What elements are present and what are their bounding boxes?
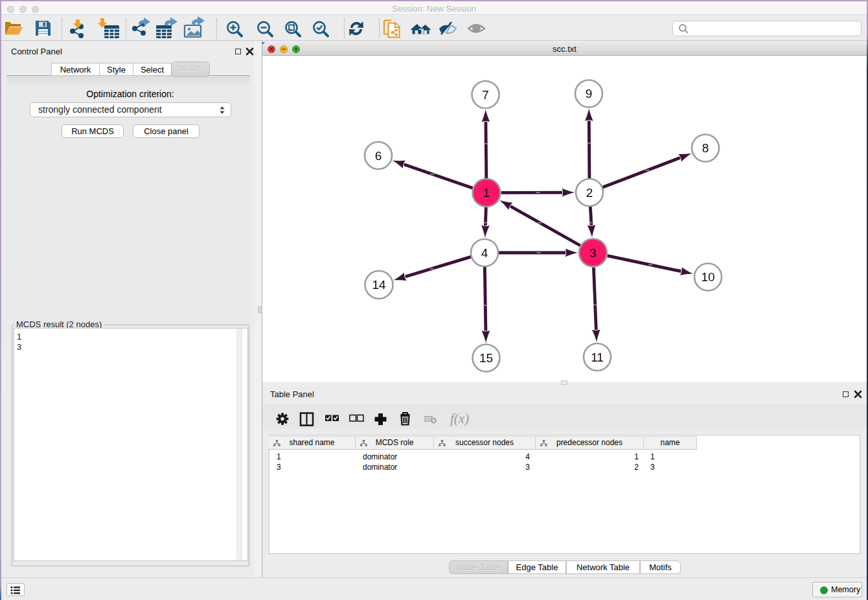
svg-text:2: 2	[586, 186, 593, 200]
svg-text:10: 10	[701, 270, 714, 284]
svg-text:1: 1	[483, 186, 490, 200]
svg-text:14: 14	[372, 278, 386, 292]
svg-text:3: 3	[589, 246, 597, 260]
svg-text:8: 8	[702, 141, 709, 155]
svg-text:7: 7	[482, 88, 489, 102]
svg-text:4: 4	[481, 246, 488, 260]
svg-text:9: 9	[586, 87, 593, 100]
svg-text:15: 15	[479, 351, 493, 365]
svg-text:6: 6	[375, 149, 382, 163]
svg-text:f(x): f(x)	[450, 411, 469, 426]
svg-text:11: 11	[591, 351, 604, 364]
